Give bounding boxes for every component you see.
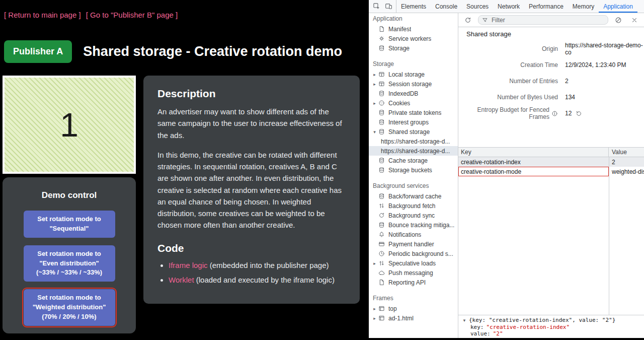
sidebar-item-label: Manifest	[388, 26, 411, 33]
filter-input[interactable]	[491, 16, 604, 24]
sidebar-item-reporting-api[interactable]: Reporting API	[369, 278, 458, 287]
tab-application[interactable]: Application	[599, 0, 637, 13]
screenshot-root: [ Return to main page ] [ Go to "Publish…	[0, 0, 644, 340]
publisher-page: [ Return to main page ] [ Go to "Publish…	[0, 0, 369, 340]
column-divider	[609, 157, 609, 315]
publisher-badge: Publisher A	[4, 40, 72, 63]
updown-icon	[378, 202, 385, 209]
meta-row-number-of-bytes-used: Number of Bytes Used134	[458, 89, 644, 105]
sidebar-item-background-fetch[interactable]: Background fetch	[369, 201, 458, 211]
storage-row-creative-rotation-mode[interactable]: creative-rotation-modeweighted-distribut…	[458, 167, 644, 176]
sidebar-item-label: Storage	[388, 45, 410, 52]
sidebar-item-periodic-background-s[interactable]: Periodic background s...	[369, 249, 458, 258]
code-heading: Code	[157, 242, 346, 254]
chevron-right-icon[interactable]: ▸	[371, 82, 378, 87]
rotation-mode-button-2[interactable]: Set rotation mode to"Even distribution"(…	[24, 245, 115, 282]
chevron-right-icon[interactable]: ▸	[371, 72, 378, 77]
bell-icon	[378, 231, 385, 238]
sidebar-item-https-shared-storage-d[interactable]: https://shared-storage-d...	[369, 137, 458, 146]
devtools: ElementsConsoleSourcesNetworkPerformance…	[369, 0, 644, 340]
sidebar-item-cookies[interactable]: ▸Cookies	[369, 98, 458, 108]
sidebar-item-back-forward-cache[interactable]: Back/forward cache	[369, 191, 458, 201]
sidebar-item-label: Storage buckets	[388, 167, 432, 174]
tab-performance[interactable]: Performance	[524, 0, 568, 13]
tab-network[interactable]: Network	[493, 0, 524, 13]
grid-icon	[378, 81, 385, 87]
sidebar-item-label: top	[388, 305, 397, 312]
inspect-icon[interactable]	[370, 1, 382, 12]
close-icon[interactable]	[628, 15, 640, 26]
tab-memory[interactable]: Memory	[568, 0, 599, 13]
sidebar-item-manifest[interactable]: Manifest	[369, 24, 458, 34]
sidebar-item-top[interactable]: ▸top	[369, 304, 458, 313]
db-icon	[378, 193, 385, 199]
reset-icon[interactable]	[576, 110, 582, 117]
sidebar-item-notifications[interactable]: Notifications	[369, 230, 458, 239]
publisher-b-link[interactable]: [ Go to "Publisher B" page ]	[86, 11, 178, 19]
panel-toolbar	[458, 13, 644, 27]
device-toolbar-icon[interactable]	[382, 1, 394, 12]
sidebar-item-service-workers[interactable]: Service workers	[369, 34, 458, 43]
sidebar-item-local-storage[interactable]: ▸Local storage	[369, 70, 458, 79]
return-main-link[interactable]: [ Return to main page ]	[4, 11, 81, 19]
sidebar-item-label: Cookies	[388, 100, 410, 107]
db-icon	[378, 119, 385, 125]
column-key[interactable]: Key	[458, 148, 609, 157]
sidebar-item-background-sync[interactable]: Background sync	[369, 211, 458, 220]
chevron-right-icon[interactable]: ▸	[371, 261, 378, 266]
chevron-down-icon[interactable]: ▼	[462, 318, 466, 323]
sidebar-item-push-messaging[interactable]: Push messaging	[369, 268, 458, 278]
sidebar-item-label: ad-1.html	[388, 315, 414, 322]
sidebar-item-bounce-tracking-mitiga[interactable]: Bounce tracking mitiga...	[369, 220, 458, 230]
chevron-right-icon[interactable]: ▸	[371, 316, 378, 321]
tab-elements[interactable]: Elements	[396, 0, 431, 13]
chevron-right-icon[interactable]: ▸	[371, 101, 378, 106]
meta-label: Creation Time	[458, 61, 558, 69]
preview-entry-value: "2"	[493, 330, 503, 337]
sidebar-item-label: Reporting API	[388, 279, 426, 286]
refresh-icon[interactable]	[462, 15, 474, 26]
sidebar-item-private-state-tokens[interactable]: Private state tokens	[369, 108, 458, 117]
meta-value: https://shared-storage-demo-co	[565, 42, 644, 56]
chevron-right-icon[interactable]: ▸	[371, 306, 378, 311]
row-key-cell: creative-rotation-mode	[458, 167, 609, 176]
code-list-item: Worklet (loaded and executed by the ifra…	[169, 274, 346, 286]
preview-entries: key:"creative-rotation-index"value:"2"	[462, 324, 640, 337]
rotation-mode-button-1[interactable]: Set rotation mode to"Sequential"	[24, 211, 115, 238]
sidebar-item-session-storage[interactable]: ▸Session storage	[369, 79, 458, 89]
clear-icon[interactable]	[612, 15, 624, 26]
row-value-cell: 2	[609, 159, 644, 166]
devtools-tabbar: ElementsConsoleSourcesNetworkPerformance…	[369, 0, 644, 13]
chevron-down-icon[interactable]: ▾	[371, 129, 378, 134]
sidebar-item-https-shared-storage-d[interactable]: https://shared-storage-d...	[369, 146, 458, 156]
sidebar-item-storage-buckets[interactable]: Storage buckets	[369, 165, 458, 175]
tab-sources[interactable]: Sources	[462, 0, 493, 13]
sidebar-item-label: IndexedDB	[388, 90, 418, 97]
rotation-mode-button-3[interactable]: Set rotation mode to"Weighted distributi…	[24, 289, 115, 326]
sidebar-item-storage[interactable]: Storage	[369, 43, 458, 53]
meta-label: Number of Entries	[458, 78, 558, 85]
sidebar-item-payment-handler[interactable]: Payment handler	[369, 239, 458, 249]
tab-console[interactable]: Console	[431, 0, 462, 13]
meta-label: Origin	[458, 45, 558, 52]
bottom-strip	[369, 338, 644, 340]
sidebar-item-indexeddb[interactable]: IndexedDB	[369, 89, 458, 98]
creative-number: 1	[60, 106, 78, 144]
sidebar-item-ad-1-html[interactable]: ▸ad-1.html	[369, 313, 458, 323]
sidebar-item-cache-storage[interactable]: Cache storage	[369, 156, 458, 165]
code-link-worklet[interactable]: Worklet	[169, 276, 194, 284]
sidebar-item-interest-groups[interactable]: Interest groups	[369, 117, 458, 127]
sidebar-section-frames: Frames	[369, 290, 458, 304]
sidebar-item-speculative-loads[interactable]: ▸Speculative loads	[369, 258, 458, 268]
sidebar-section-background-services: Background services	[369, 178, 458, 191]
description-paragraph: An advertiser may want to show different…	[157, 106, 346, 141]
sidebar-item-shared-storage[interactable]: ▾Shared storage	[369, 127, 458, 137]
sidebar-item-label: https://shared-storage-d...	[381, 148, 450, 155]
demo-buttons: Set rotation mode to"Sequential"Set rota…	[3, 211, 136, 326]
info-icon[interactable]	[551, 110, 558, 117]
table-header: Key Value	[458, 148, 644, 157]
storage-row-creative-rotation-index[interactable]: creative-rotation-index2	[458, 157, 644, 167]
meta-label: Entropy Budget for Fenced Frames	[458, 106, 558, 120]
code-link-iframe-logic[interactable]: Iframe logic	[169, 261, 208, 269]
column-value[interactable]: Value	[609, 149, 644, 156]
